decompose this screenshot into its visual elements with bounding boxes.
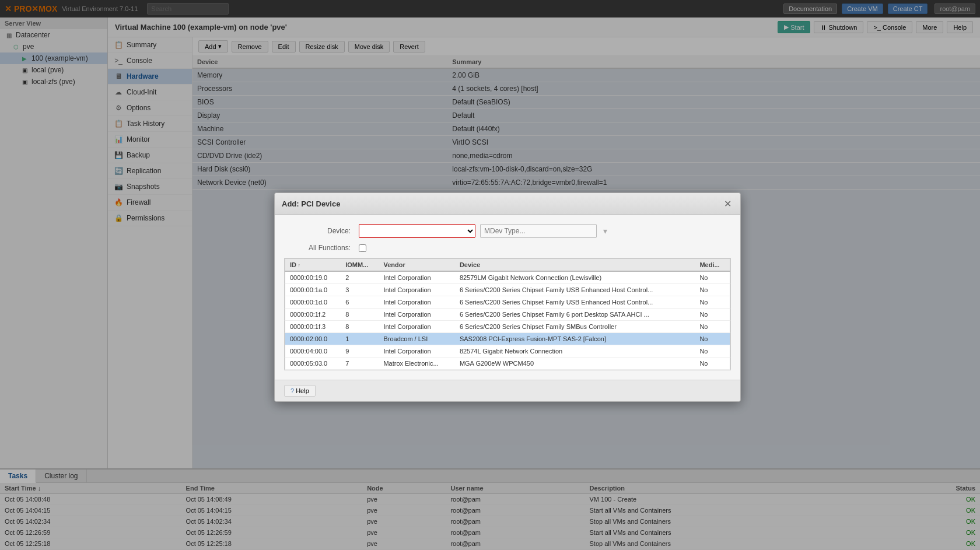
- pci-col-iomm[interactable]: IOMM...: [341, 259, 379, 272]
- modal-body: Device: ▾ All Functions: ID IOMM...: [275, 215, 740, 380]
- table-row[interactable]: 0000:00:1f.3 8 Intel Corporation 6 Serie…: [285, 321, 730, 333]
- table-row[interactable]: 0000:02:00.0 1 Broadcom / LSI SAS2008 PC…: [285, 333, 730, 345]
- all-functions-checkbox[interactable]: [359, 244, 366, 252]
- modal-overlay[interactable]: Add: PCI Device ✕ Device: ▾ All Function…: [0, 0, 980, 550]
- table-row[interactable]: 0000:00:1f.2 8 Intel Corporation 6 Serie…: [285, 309, 730, 321]
- pci-table-container: ID IOMM... Vendor Device Medi... 0000:00…: [284, 258, 731, 370]
- mdev-dropdown-arrow: ▾: [601, 226, 609, 236]
- pci-col-device[interactable]: Device: [455, 259, 695, 272]
- add-pci-modal: Add: PCI Device ✕ Device: ▾ All Function…: [274, 192, 741, 402]
- table-row[interactable]: 0000:00:1a.0 3 Intel Corporation 6 Serie…: [285, 284, 730, 296]
- table-row[interactable]: 0000:04:00.0 9 Intel Corporation 82574L …: [285, 345, 730, 358]
- table-row[interactable]: 0000:00:1d.0 6 Intel Corporation 6 Serie…: [285, 296, 730, 309]
- modal-footer: ? Help: [275, 380, 740, 401]
- device-select[interactable]: [359, 224, 475, 238]
- all-functions-row: All Functions:: [284, 244, 731, 252]
- table-row[interactable]: 0000:05:03.0 7 Matrox Electronic... MGA …: [285, 358, 730, 370]
- modal-close-button[interactable]: ✕: [722, 198, 733, 209]
- table-row[interactable]: 0000:00:19.0 2 Intel Corporation 82579LM…: [285, 271, 730, 284]
- pci-table: ID IOMM... Vendor Device Medi... 0000:00…: [285, 258, 730, 370]
- modal-help-button[interactable]: ? Help: [284, 385, 316, 397]
- help-icon: ?: [290, 387, 294, 394]
- pci-col-id[interactable]: ID: [285, 259, 341, 272]
- pci-col-vendor[interactable]: Vendor: [379, 259, 454, 272]
- modal-header: Add: PCI Device ✕: [275, 193, 740, 215]
- mdev-input[interactable]: [480, 224, 597, 238]
- all-functions-label: All Functions:: [284, 244, 354, 252]
- device-label: Device:: [284, 227, 354, 235]
- device-row: Device: ▾: [284, 224, 731, 238]
- modal-title: Add: PCI Device: [282, 199, 340, 208]
- pci-col-medi[interactable]: Medi...: [695, 259, 730, 272]
